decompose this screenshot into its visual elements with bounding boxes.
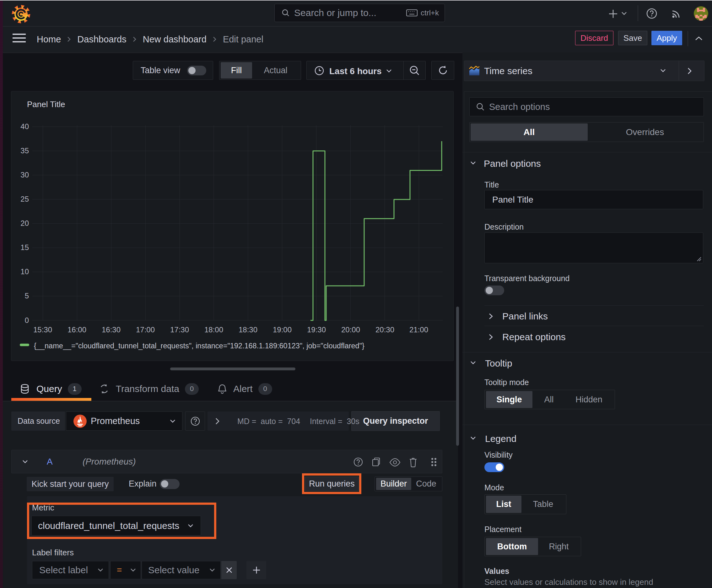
svg-text:15:30: 15:30 bbox=[33, 326, 52, 334]
svg-text:30: 30 bbox=[20, 171, 29, 179]
svg-text:17:00: 17:00 bbox=[136, 326, 155, 334]
svg-text:35: 35 bbox=[20, 146, 29, 155]
svg-text:20: 20 bbox=[20, 219, 29, 227]
svg-text:19:00: 19:00 bbox=[273, 326, 292, 334]
svg-text:5: 5 bbox=[25, 292, 29, 300]
svg-text:40: 40 bbox=[20, 122, 29, 131]
svg-text:0: 0 bbox=[25, 316, 29, 324]
svg-text:19:30: 19:30 bbox=[307, 326, 326, 334]
svg-text:17:30: 17:30 bbox=[170, 326, 189, 334]
svg-text:16:30: 16:30 bbox=[102, 326, 121, 334]
svg-text:18:30: 18:30 bbox=[239, 326, 257, 334]
svg-text:25: 25 bbox=[20, 195, 29, 203]
svg-text:20:30: 20:30 bbox=[375, 326, 394, 334]
svg-text:{__name__="cloudflared_tunnel_: {__name__="cloudflared_tunnel_total_requ… bbox=[34, 342, 365, 350]
svg-text:18:00: 18:00 bbox=[204, 326, 223, 334]
svg-text:15: 15 bbox=[20, 243, 29, 252]
svg-text:20:00: 20:00 bbox=[341, 326, 360, 334]
svg-text:21:00: 21:00 bbox=[409, 326, 428, 334]
svg-text:16:00: 16:00 bbox=[67, 326, 86, 334]
svg-text:10: 10 bbox=[20, 267, 29, 276]
